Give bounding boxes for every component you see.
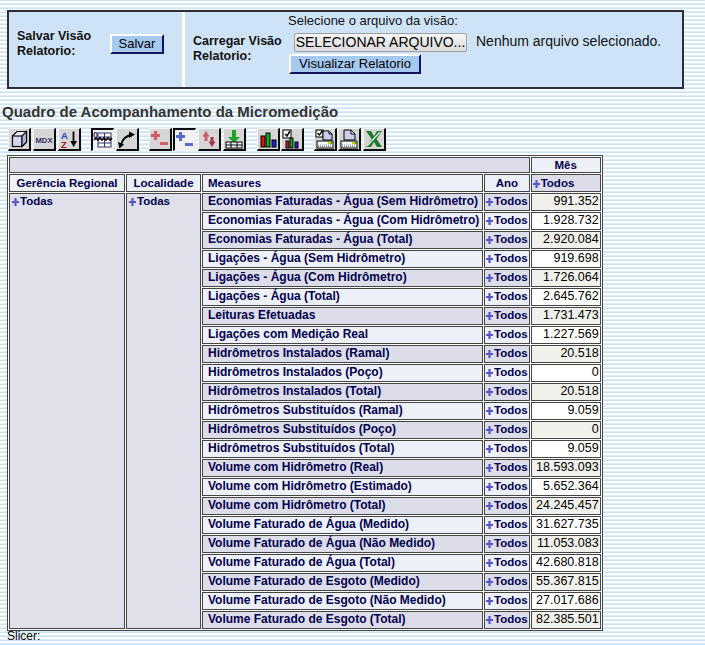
svg-text:MDX: MDX <box>36 136 54 145</box>
svg-text:Z: Z <box>61 139 67 150</box>
